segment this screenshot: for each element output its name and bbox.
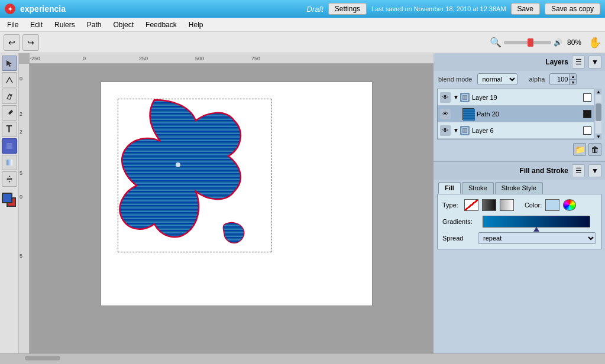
save-copy-button[interactable]: Save as copy xyxy=(545,3,600,15)
layers-list-container: 👁 ▼ Layer 19 👁 xyxy=(433,89,605,139)
menu-rulers[interactable]: Rulers xyxy=(50,20,80,30)
layer-row-6[interactable]: 👁 ▼ Layer 6 xyxy=(438,122,594,139)
color-selector[interactable] xyxy=(2,193,17,208)
h-scroll-thumb[interactable] xyxy=(25,356,60,360)
horizontal-scrollbar[interactable] xyxy=(0,353,605,362)
zoom-icon-right: 🔊 xyxy=(554,38,562,47)
artwork[interactable] xyxy=(107,88,261,254)
layer-19-color xyxy=(583,93,591,102)
fill-type-row: Type: Color: xyxy=(442,199,596,211)
layer-19-visibility[interactable]: 👁 xyxy=(440,92,451,103)
gradients-label: Gradients: xyxy=(442,218,478,225)
layers-scrollbar[interactable]: ▲ ▼ xyxy=(596,89,601,139)
title-bar: ✦ experiencia Draft Settings Last saved … xyxy=(0,0,605,18)
app-name: experiencia xyxy=(20,4,302,14)
scroll-down[interactable]: ▼ xyxy=(596,134,601,139)
menu-help[interactable]: Help xyxy=(184,20,208,30)
layers-panel-header: Layers ☰ ▼ xyxy=(433,53,605,71)
layer-path20-name: Path 20 xyxy=(477,110,583,118)
layers-panel-menu-button[interactable]: ☰ xyxy=(572,56,585,69)
blend-mode-select[interactable]: normal multiply screen xyxy=(477,73,517,85)
alpha-input[interactable] xyxy=(550,74,569,84)
layers-list: 👁 ▼ Layer 19 👁 xyxy=(437,89,594,139)
svg-marker-6 xyxy=(7,176,12,183)
layer-path20-color xyxy=(583,110,591,118)
tab-stroke[interactable]: Stroke xyxy=(462,182,494,194)
menu-edit[interactable]: Edit xyxy=(25,20,47,30)
vertical-ruler: 0 2 2 5 0 5 xyxy=(19,64,30,353)
alpha-label: alpha xyxy=(529,76,545,83)
svg-point-10 xyxy=(176,162,180,167)
fill-stroke-panel-title: Fill and Stroke xyxy=(437,167,572,175)
hand-tool-icon[interactable]: ✋ xyxy=(588,36,601,49)
select-tool[interactable] xyxy=(2,56,17,71)
zoom-slider[interactable] xyxy=(504,41,551,44)
svg-point-1 xyxy=(9,95,11,96)
main-area: T -250 0 250 500 750 0 xyxy=(0,53,605,353)
layer-row-path20[interactable]: 👁 Path 20 xyxy=(438,106,594,122)
undo-button[interactable]: ↩ xyxy=(4,34,20,51)
tab-fill[interactable]: Fill xyxy=(438,182,461,194)
alpha-up[interactable]: ▲ xyxy=(569,74,576,79)
settings-button[interactable]: Settings xyxy=(328,3,367,15)
layer-19-icon xyxy=(460,93,470,102)
gradients-row: Gradients: xyxy=(442,216,596,228)
color-preview[interactable] xyxy=(545,199,559,211)
layer-row-19[interactable]: 👁 ▼ Layer 19 xyxy=(438,89,594,106)
menu-object[interactable]: Object xyxy=(108,20,138,30)
redo-button[interactable]: ↪ xyxy=(22,34,39,51)
text-tool[interactable]: T xyxy=(2,122,17,137)
layer-delete-button[interactable]: 🗑 xyxy=(588,143,601,156)
scroll-up[interactable]: ▲ xyxy=(596,89,601,95)
fill-stroke-menu-button[interactable]: ☰ xyxy=(572,164,585,177)
tab-stroke-style[interactable]: Stroke Style xyxy=(495,182,543,194)
node-tool[interactable] xyxy=(2,72,17,87)
menu-bar: File Edit Rulers Path Object Feedback He… xyxy=(0,18,605,32)
layer-6-visibility[interactable]: 👁 xyxy=(440,125,451,136)
menu-file[interactable]: File xyxy=(2,20,23,30)
canvas[interactable] xyxy=(30,64,433,353)
layer-19-expand[interactable]: ▼ xyxy=(453,94,459,100)
pencil-tool[interactable] xyxy=(2,105,17,121)
zoom-thumb[interactable] xyxy=(528,38,533,47)
layer-6-color xyxy=(583,126,591,135)
toolbox: T xyxy=(0,53,19,353)
color-picker-button[interactable] xyxy=(563,199,576,211)
scroll-thumb[interactable] xyxy=(596,103,601,121)
type-gradient1[interactable] xyxy=(482,199,496,211)
layers-panel-collapse-button[interactable]: ▼ xyxy=(588,56,601,69)
draft-status: Draft xyxy=(307,5,323,14)
layer-6-expand[interactable]: ▼ xyxy=(453,127,459,134)
svg-rect-5 xyxy=(7,160,12,165)
gradient-handle[interactable] xyxy=(533,227,539,232)
zoom-area: 🔍 🔊 80% xyxy=(490,37,581,48)
type-none[interactable] xyxy=(464,199,478,211)
layers-panel: Layers ☰ ▼ blend mode normal multiply sc… xyxy=(433,53,605,162)
layer-path20-visibility[interactable]: 👁 xyxy=(440,109,451,119)
toolbar: ↩ ↪ 🔍 🔊 80% ✋ xyxy=(0,32,605,53)
gradient-tool[interactable] xyxy=(2,155,17,170)
canvas-area[interactable]: -250 0 250 500 750 0 2 2 5 0 5 xyxy=(19,53,433,353)
layer-add-button[interactable]: 📁 xyxy=(573,143,586,156)
layer-19-name: Layer 19 xyxy=(472,94,583,101)
fill-content: Type: Color: Gradients: xyxy=(437,194,601,249)
layer-6-name: Layer 6 xyxy=(472,127,583,134)
fill-tool[interactable] xyxy=(2,138,17,154)
spread-select[interactable]: repeat reflect pad xyxy=(478,232,596,244)
fill-stroke-tabs: Fill Stroke Stroke Style xyxy=(433,180,605,194)
menu-path[interactable]: Path xyxy=(82,20,106,30)
fill-stroke-collapse-button[interactable]: ▼ xyxy=(588,164,601,177)
zoom-label: 80% xyxy=(567,38,581,47)
svg-rect-12 xyxy=(463,96,467,99)
gradient-bar[interactable] xyxy=(483,216,590,228)
app-icon: ✦ xyxy=(5,4,15,14)
alpha-down[interactable]: ▼ xyxy=(569,79,576,84)
foreground-color[interactable] xyxy=(2,193,12,203)
layers-panel-title: Layers xyxy=(437,58,572,66)
artboard xyxy=(101,82,373,306)
save-button[interactable]: Save xyxy=(511,3,540,15)
pen-tool[interactable] xyxy=(2,89,17,104)
type-gradient2[interactable] xyxy=(500,199,514,211)
move-tool[interactable] xyxy=(2,171,17,187)
menu-feedback[interactable]: Feedback xyxy=(141,20,182,30)
